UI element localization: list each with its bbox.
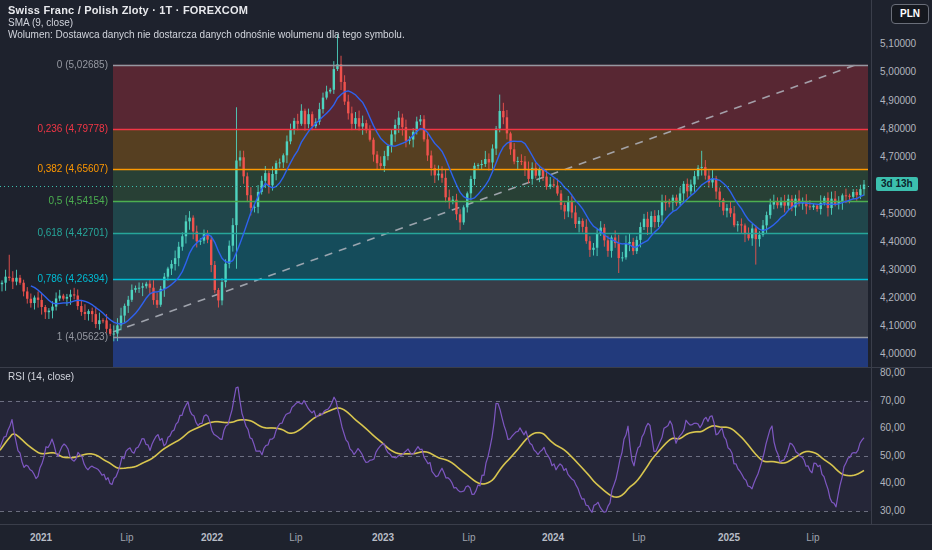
time-tick-label: Lip <box>282 532 310 543</box>
price-tick-label: 4,70000 <box>880 151 916 162</box>
time-tick-label: Lip <box>799 532 827 543</box>
price-tick-label: 4,30000 <box>880 264 916 275</box>
rsi-tick-label: 30,00 <box>880 505 905 516</box>
price-tick-label: 4,00000 <box>880 348 916 359</box>
price-axis-separator <box>871 0 872 524</box>
countdown-badge[interactable]: 3d 13h <box>876 177 918 191</box>
rsi-tick-label: 80,00 <box>880 367 905 378</box>
time-tick-label: Lip <box>113 532 141 543</box>
fib-level-label: 0,236 (4,79778) <box>2 123 108 134</box>
price-tick-label: 4,90000 <box>880 95 916 106</box>
price-tick-label: 5,00000 <box>880 66 916 77</box>
fib-level-label: 0,786 (4,26394) <box>2 273 108 284</box>
time-axis[interactable]: 2021Lip2022Lip2023Lip2024Lip2025Lip <box>0 525 932 550</box>
symbol-title[interactable]: Swiss Franc / Polish Zloty · 1T · FOREXC… <box>8 4 248 16</box>
fib-level-label: 0 (5,02685) <box>2 59 108 70</box>
time-tick-label: Lip <box>625 532 653 543</box>
price-tick-label: 4,10000 <box>880 320 916 331</box>
pane-separator[interactable] <box>0 367 932 368</box>
rsi-tick-label: 60,00 <box>880 422 905 433</box>
rsi-legend[interactable]: RSI (14, close) <box>8 371 74 382</box>
price-chart-canvas[interactable] <box>0 0 871 367</box>
price-tick-label: 4,80000 <box>880 123 916 134</box>
rsi-tick-label: 50,00 <box>880 450 905 461</box>
trading-chart-window: Swiss Franc / Polish Zloty · 1T · FOREXC… <box>0 0 932 550</box>
time-tick-label: 2025 <box>715 532 743 543</box>
price-tick-label: 5,10000 <box>880 38 916 49</box>
rsi-chart-canvas[interactable] <box>0 368 871 524</box>
price-tick-label: 4,40000 <box>880 236 916 247</box>
price-axis[interactable]: 5,100005,000004,900004,800004,700004,500… <box>871 0 932 524</box>
time-tick-label: 2021 <box>27 532 55 543</box>
fib-level-label: 1 (4,05623) <box>2 331 108 342</box>
rsi-tick-label: 70,00 <box>880 395 905 406</box>
volume-notice[interactable]: Wolumen: Dostawca danych nie dostarcza d… <box>8 29 405 40</box>
price-tick-label: 4,50000 <box>880 208 916 219</box>
fib-level-label: 0,382 (4,65607) <box>2 163 108 174</box>
fib-level-label: 0,5 (4,54154) <box>2 195 108 206</box>
time-axis-separator <box>0 524 932 525</box>
currency-toggle-button[interactable]: PLN <box>891 4 929 24</box>
rsi-tick-label: 40,00 <box>880 477 905 488</box>
fib-level-label: 0,618 (4,42701) <box>2 227 108 238</box>
time-tick-label: 2024 <box>539 532 567 543</box>
time-tick-label: 2023 <box>369 532 397 543</box>
time-tick-label: 2022 <box>198 532 226 543</box>
sma-legend[interactable]: SMA (9, close) <box>8 17 73 28</box>
price-tick-label: 4,20000 <box>880 292 916 303</box>
time-tick-label: Lip <box>455 532 483 543</box>
